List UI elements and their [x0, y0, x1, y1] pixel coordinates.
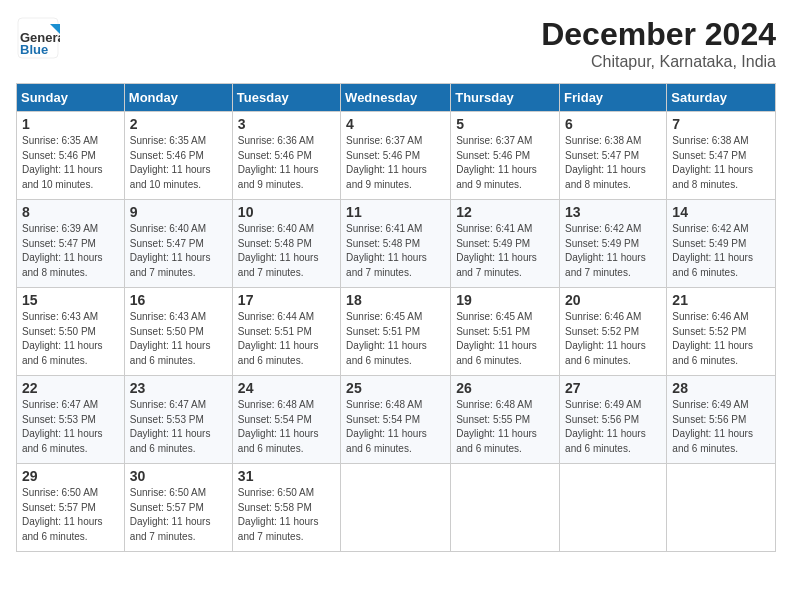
logo: General Blue	[16, 16, 60, 60]
location-subtitle: Chitapur, Karnataka, India	[541, 53, 776, 71]
calendar-cell: 20Sunrise: 6:46 AMSunset: 5:52 PMDayligh…	[560, 288, 667, 376]
day-info: Sunrise: 6:48 AMSunset: 5:55 PMDaylight:…	[456, 398, 554, 456]
calendar-cell: 16Sunrise: 6:43 AMSunset: 5:50 PMDayligh…	[124, 288, 232, 376]
calendar-week-row: 8Sunrise: 6:39 AMSunset: 5:47 PMDaylight…	[17, 200, 776, 288]
day-info: Sunrise: 6:38 AMSunset: 5:47 PMDaylight:…	[565, 134, 661, 192]
day-info: Sunrise: 6:37 AMSunset: 5:46 PMDaylight:…	[456, 134, 554, 192]
day-number: 12	[456, 204, 554, 220]
day-info: Sunrise: 6:48 AMSunset: 5:54 PMDaylight:…	[346, 398, 445, 456]
day-info: Sunrise: 6:40 AMSunset: 5:47 PMDaylight:…	[130, 222, 227, 280]
calendar-cell: 25Sunrise: 6:48 AMSunset: 5:54 PMDayligh…	[341, 376, 451, 464]
calendar-cell: 13Sunrise: 6:42 AMSunset: 5:49 PMDayligh…	[560, 200, 667, 288]
calendar-cell: 7Sunrise: 6:38 AMSunset: 5:47 PMDaylight…	[667, 112, 776, 200]
calendar-cell: 22Sunrise: 6:47 AMSunset: 5:53 PMDayligh…	[17, 376, 125, 464]
calendar-week-row: 1Sunrise: 6:35 AMSunset: 5:46 PMDaylight…	[17, 112, 776, 200]
logo-icon: General Blue	[16, 16, 60, 60]
day-number: 31	[238, 468, 335, 484]
calendar-cell: 8Sunrise: 6:39 AMSunset: 5:47 PMDaylight…	[17, 200, 125, 288]
day-number: 26	[456, 380, 554, 396]
calendar-cell: 9Sunrise: 6:40 AMSunset: 5:47 PMDaylight…	[124, 200, 232, 288]
day-info: Sunrise: 6:49 AMSunset: 5:56 PMDaylight:…	[672, 398, 770, 456]
weekday-header-monday: Monday	[124, 84, 232, 112]
day-number: 23	[130, 380, 227, 396]
calendar-cell: 4Sunrise: 6:37 AMSunset: 5:46 PMDaylight…	[341, 112, 451, 200]
day-info: Sunrise: 6:41 AMSunset: 5:48 PMDaylight:…	[346, 222, 445, 280]
day-info: Sunrise: 6:35 AMSunset: 5:46 PMDaylight:…	[130, 134, 227, 192]
calendar-cell: 19Sunrise: 6:45 AMSunset: 5:51 PMDayligh…	[451, 288, 560, 376]
day-info: Sunrise: 6:46 AMSunset: 5:52 PMDaylight:…	[672, 310, 770, 368]
day-number: 29	[22, 468, 119, 484]
day-number: 6	[565, 116, 661, 132]
day-number: 14	[672, 204, 770, 220]
day-info: Sunrise: 6:48 AMSunset: 5:54 PMDaylight:…	[238, 398, 335, 456]
calendar-cell	[667, 464, 776, 552]
day-number: 7	[672, 116, 770, 132]
calendar-cell: 14Sunrise: 6:42 AMSunset: 5:49 PMDayligh…	[667, 200, 776, 288]
day-info: Sunrise: 6:44 AMSunset: 5:51 PMDaylight:…	[238, 310, 335, 368]
day-info: Sunrise: 6:43 AMSunset: 5:50 PMDaylight:…	[22, 310, 119, 368]
calendar-cell	[341, 464, 451, 552]
calendar-week-row: 22Sunrise: 6:47 AMSunset: 5:53 PMDayligh…	[17, 376, 776, 464]
day-number: 10	[238, 204, 335, 220]
calendar-cell	[451, 464, 560, 552]
month-title: December 2024	[541, 16, 776, 53]
calendar-cell: 29Sunrise: 6:50 AMSunset: 5:57 PMDayligh…	[17, 464, 125, 552]
calendar-cell: 21Sunrise: 6:46 AMSunset: 5:52 PMDayligh…	[667, 288, 776, 376]
calendar-cell: 17Sunrise: 6:44 AMSunset: 5:51 PMDayligh…	[232, 288, 340, 376]
day-info: Sunrise: 6:47 AMSunset: 5:53 PMDaylight:…	[130, 398, 227, 456]
day-number: 11	[346, 204, 445, 220]
day-number: 8	[22, 204, 119, 220]
day-number: 2	[130, 116, 227, 132]
weekday-header-friday: Friday	[560, 84, 667, 112]
calendar-cell: 2Sunrise: 6:35 AMSunset: 5:46 PMDaylight…	[124, 112, 232, 200]
weekday-header-sunday: Sunday	[17, 84, 125, 112]
day-number: 13	[565, 204, 661, 220]
day-number: 1	[22, 116, 119, 132]
calendar-cell	[560, 464, 667, 552]
weekday-header-wednesday: Wednesday	[341, 84, 451, 112]
day-number: 30	[130, 468, 227, 484]
day-info: Sunrise: 6:40 AMSunset: 5:48 PMDaylight:…	[238, 222, 335, 280]
day-info: Sunrise: 6:50 AMSunset: 5:57 PMDaylight:…	[130, 486, 227, 544]
day-info: Sunrise: 6:39 AMSunset: 5:47 PMDaylight:…	[22, 222, 119, 280]
calendar-cell: 31Sunrise: 6:50 AMSunset: 5:58 PMDayligh…	[232, 464, 340, 552]
day-number: 28	[672, 380, 770, 396]
calendar-cell: 27Sunrise: 6:49 AMSunset: 5:56 PMDayligh…	[560, 376, 667, 464]
day-info: Sunrise: 6:50 AMSunset: 5:58 PMDaylight:…	[238, 486, 335, 544]
weekday-header-saturday: Saturday	[667, 84, 776, 112]
day-info: Sunrise: 6:50 AMSunset: 5:57 PMDaylight:…	[22, 486, 119, 544]
day-number: 20	[565, 292, 661, 308]
day-info: Sunrise: 6:47 AMSunset: 5:53 PMDaylight:…	[22, 398, 119, 456]
day-number: 3	[238, 116, 335, 132]
calendar-cell: 15Sunrise: 6:43 AMSunset: 5:50 PMDayligh…	[17, 288, 125, 376]
calendar-week-row: 15Sunrise: 6:43 AMSunset: 5:50 PMDayligh…	[17, 288, 776, 376]
title-block: December 2024 Chitapur, Karnataka, India	[541, 16, 776, 71]
calendar-cell: 1Sunrise: 6:35 AMSunset: 5:46 PMDaylight…	[17, 112, 125, 200]
day-info: Sunrise: 6:42 AMSunset: 5:49 PMDaylight:…	[672, 222, 770, 280]
day-number: 21	[672, 292, 770, 308]
calendar-cell: 5Sunrise: 6:37 AMSunset: 5:46 PMDaylight…	[451, 112, 560, 200]
day-info: Sunrise: 6:45 AMSunset: 5:51 PMDaylight:…	[456, 310, 554, 368]
day-number: 9	[130, 204, 227, 220]
calendar-table: SundayMondayTuesdayWednesdayThursdayFrid…	[16, 83, 776, 552]
calendar-week-row: 29Sunrise: 6:50 AMSunset: 5:57 PMDayligh…	[17, 464, 776, 552]
day-number: 17	[238, 292, 335, 308]
weekday-header-thursday: Thursday	[451, 84, 560, 112]
calendar-cell: 23Sunrise: 6:47 AMSunset: 5:53 PMDayligh…	[124, 376, 232, 464]
calendar-cell: 18Sunrise: 6:45 AMSunset: 5:51 PMDayligh…	[341, 288, 451, 376]
day-number: 27	[565, 380, 661, 396]
day-info: Sunrise: 6:36 AMSunset: 5:46 PMDaylight:…	[238, 134, 335, 192]
day-info: Sunrise: 6:45 AMSunset: 5:51 PMDaylight:…	[346, 310, 445, 368]
calendar-cell: 28Sunrise: 6:49 AMSunset: 5:56 PMDayligh…	[667, 376, 776, 464]
calendar-cell: 24Sunrise: 6:48 AMSunset: 5:54 PMDayligh…	[232, 376, 340, 464]
day-number: 5	[456, 116, 554, 132]
day-number: 4	[346, 116, 445, 132]
weekday-header-tuesday: Tuesday	[232, 84, 340, 112]
day-number: 24	[238, 380, 335, 396]
day-number: 25	[346, 380, 445, 396]
calendar-cell: 30Sunrise: 6:50 AMSunset: 5:57 PMDayligh…	[124, 464, 232, 552]
day-info: Sunrise: 6:42 AMSunset: 5:49 PMDaylight:…	[565, 222, 661, 280]
day-number: 22	[22, 380, 119, 396]
day-number: 18	[346, 292, 445, 308]
day-info: Sunrise: 6:46 AMSunset: 5:52 PMDaylight:…	[565, 310, 661, 368]
